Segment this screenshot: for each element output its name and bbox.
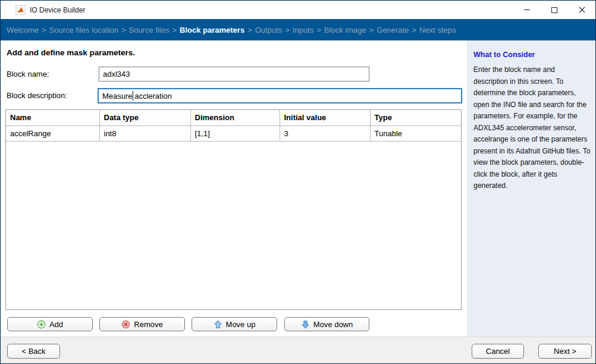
cell-data-type[interactable]: int8 [99,125,190,141]
cell-dimension[interactable]: [1,1] [190,125,280,141]
remove-button-label: Remove [134,320,162,329]
parameters-table: Name Data type Dimension Initial value T… [5,109,462,310]
breadcrumb-separator: > [42,26,46,34]
breadcrumb-separator: > [172,26,177,34]
breadcrumb-item-source-files-location: Source files location [49,26,118,34]
breadcrumb-item-welcome: Welcome [7,26,39,34]
arrow-down-icon [301,320,310,329]
move-up-button[interactable]: Move up [192,317,277,331]
breadcrumb-separator: > [369,26,374,34]
cell-initial-value[interactable]: 3 [280,125,370,141]
column-header-type: Type [370,110,462,125]
block-description-input[interactable] [98,88,462,103]
breadcrumb-item-block-parameters: Block parameters [180,26,244,34]
table-header-row: Name Data type Dimension Initial value T… [6,110,462,125]
window-title: IO Device Builder [30,6,85,14]
caption-buttons [513,1,595,19]
maximize-icon [551,7,557,13]
move-up-button-label: Move up [226,320,256,329]
breadcrumb-item-block-image: Block image [324,26,366,34]
breadcrumb-separator: > [412,26,416,34]
move-down-button-label: Move down [313,320,353,329]
sidebar-title: What to Consider [473,51,591,59]
breadcrumb-item-outputs: Outputs [255,26,283,34]
arrow-up-icon [214,320,222,329]
breadcrumb-item-inputs: Inputs [293,26,313,34]
breadcrumb-separator: > [316,26,321,34]
close-icon [579,7,585,13]
cancel-button[interactable]: Cancel [472,344,524,359]
breadcrumb: Welcome > Source files location > Source… [1,19,595,40]
minimize-icon [524,10,530,10]
minimize-button[interactable] [513,1,541,19]
cell-type[interactable]: Tunable [370,125,462,141]
title-bar: IO Device Builder [1,1,595,19]
add-button[interactable]: Add [7,317,93,331]
x-circle-icon [121,320,130,329]
text-cursor [133,91,133,101]
table-row[interactable]: accelRange int8 [1,1] 3 Tunable [6,125,462,141]
column-header-dimension: Dimension [190,110,280,125]
help-sidebar: What to Consider Enter the block name an… [467,40,596,337]
move-down-button[interactable]: Move down [284,317,369,331]
block-name-label: Block name: [7,70,49,79]
column-header-data-type: Data type [99,110,190,125]
cell-name[interactable]: accelRange [6,125,99,141]
page-heading: Add and define mask parameters. [7,48,135,57]
breadcrumb-separator: > [121,26,126,34]
back-button[interactable]: < Back [7,344,60,359]
close-button[interactable] [568,1,595,19]
column-header-name: Name [6,110,99,125]
breadcrumb-separator: > [285,26,290,34]
maximize-button[interactable] [541,1,568,19]
breadcrumb-item-source-files: Source files [128,26,169,34]
block-description-label: Block description: [7,91,67,100]
breadcrumb-item-generate: Generate [377,26,409,34]
column-header-initial-value: Initial value [280,110,370,125]
sidebar-body-text: Enter the block name and description in … [473,64,591,192]
next-button[interactable]: Next > [538,344,592,359]
remove-button[interactable]: Remove [99,317,185,331]
breadcrumb-separator: > [247,26,252,34]
block-name-input[interactable] [99,67,369,81]
matlab-logo-icon [15,5,26,15]
breadcrumb-item-next-steps: Next steps [419,26,456,34]
io-device-builder-window: IO Device Builder Welcome > Source files… [0,0,596,364]
plus-circle-icon [37,320,46,329]
add-button-label: Add [49,320,63,329]
footer-bar: < Back Cancel Next > [1,337,595,364]
